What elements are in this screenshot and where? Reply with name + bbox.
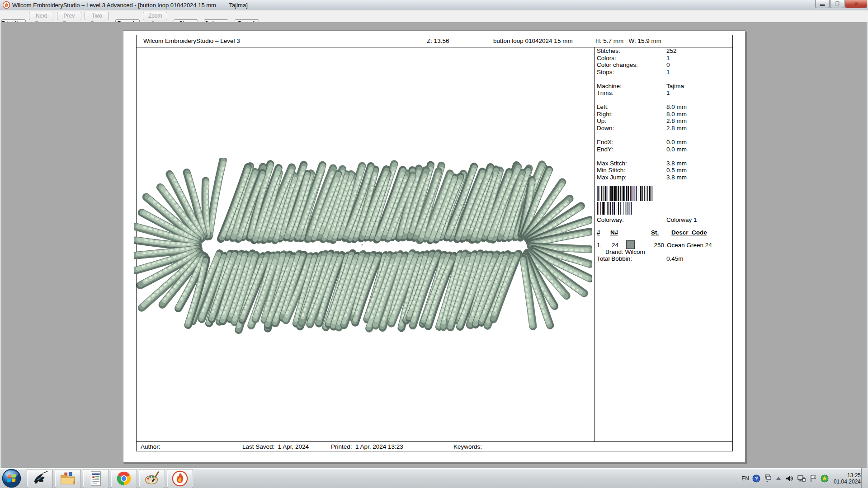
taskbar-app-explorer[interactable]	[55, 469, 81, 488]
print-preview-toolbar: Print Now Next Page Prev Page Two Page Z…	[0, 10, 868, 23]
taskbar: EN ? 13:	[0, 468, 868, 488]
stat-label: Machine:	[597, 83, 622, 89]
stats-spacer	[597, 132, 728, 139]
thread-row-needle: 24	[612, 242, 618, 249]
next-page-button[interactable]: Next Page	[29, 12, 53, 20]
stat-label: Trims:	[597, 89, 613, 96]
design-stats-list: Stitches:252Colors:1Color changes:0Stops…	[597, 47, 728, 181]
stat-label: Max Jump:	[597, 174, 627, 181]
col-header-num: #	[597, 229, 600, 236]
stat-value: 3.8 mm	[666, 174, 687, 181]
stat-value: 3.8 mm	[666, 160, 687, 167]
restore-button[interactable]: ❐	[830, 0, 844, 8]
antivirus-shield-icon[interactable]	[821, 474, 829, 483]
stats-spacer	[597, 153, 728, 160]
stat-value: 0	[666, 61, 670, 68]
stat-row: Machine:Tajima	[597, 83, 728, 90]
folder-icon	[59, 470, 76, 487]
stat-row: Right:8.0 mm	[597, 111, 728, 118]
app-flame-icon	[3, 1, 10, 9]
worksheet-page: Wilcom EmbroideryStudio – Level 3 Z: 13.…	[123, 30, 745, 463]
stat-row: Colors:1	[597, 55, 728, 62]
stat-label: Colors:	[597, 55, 616, 61]
taskbar-app-chrome[interactable]	[111, 469, 137, 488]
panel-divider	[594, 47, 595, 441]
volume-icon[interactable]	[785, 474, 794, 483]
stat-value: 1	[666, 55, 670, 61]
stat-label: Max Stitch:	[597, 160, 627, 167]
two-page-button[interactable]: Two Page	[85, 12, 109, 20]
paint-palette-icon	[143, 470, 160, 487]
minimize-button[interactable]: ▬	[815, 0, 830, 8]
system-tray: EN ? 13:	[741, 468, 861, 488]
stat-row: Min Stitch:0.5 mm	[597, 167, 728, 174]
design-center-dot	[361, 244, 363, 245]
help-icon[interactable]: ?	[752, 474, 760, 483]
stat-row: Down:2.8 mm	[597, 125, 728, 132]
design-barcode	[597, 186, 654, 216]
taskbar-app-paint[interactable]	[139, 469, 165, 488]
taskbar-app-report[interactable]	[83, 469, 109, 488]
stat-row: Up:2.8 mm	[597, 117, 728, 125]
start-button[interactable]	[2, 469, 21, 488]
button-loop-stitchout	[134, 158, 592, 335]
stat-label: EndY:	[597, 146, 613, 153]
stat-value: 2.8 mm	[666, 117, 687, 124]
taskbar-app-embroidery-flame[interactable]	[167, 469, 193, 488]
stat-row: Stitches:252	[597, 47, 728, 55]
language-indicator[interactable]: EN	[741, 475, 749, 482]
show-hidden-icons[interactable]	[775, 475, 782, 482]
restore-window-icon[interactable]	[764, 474, 772, 483]
close-button[interactable]: ✕	[845, 0, 867, 8]
window-titlebar: Wilcom EmbroideryStudio – Level 3 Advanc…	[0, 0, 868, 11]
report-document-icon	[87, 470, 104, 487]
stat-label: Left:	[597, 103, 609, 110]
header-design-size: H: 5.7 mm W: 15.9 mm	[595, 35, 661, 47]
svg-text:?: ?	[755, 476, 758, 481]
stat-label: Stitches:	[597, 47, 620, 54]
hummingbird-icon	[31, 470, 48, 487]
stat-label: EndX:	[597, 139, 613, 145]
show-desktop-button[interactable]	[861, 468, 868, 488]
prev-page-button[interactable]: Prev Page	[57, 12, 81, 20]
footer-keywords: Keywords:	[453, 442, 482, 451]
thread-brand: Brand: Wilcom	[605, 249, 645, 255]
stat-value: 252	[666, 47, 677, 54]
stat-value: 0.0 mm	[666, 139, 687, 145]
stat-label: Up:	[597, 117, 606, 124]
action-center-flag-icon[interactable]	[809, 474, 817, 483]
stat-label: Stops:	[597, 69, 614, 75]
stat-value: 0.0 mm	[666, 146, 687, 153]
total-bobbin-value: 0.45m	[666, 255, 684, 262]
zoom-out-button[interactable]: Zoom Out	[143, 12, 167, 20]
footer-author: Author:	[141, 442, 160, 451]
stat-value: 1	[666, 89, 670, 96]
stat-value: 2.8 mm	[666, 125, 687, 131]
stats-spacer	[597, 75, 728, 83]
stat-value: 0.5 mm	[666, 167, 687, 174]
network-icon[interactable]	[797, 474, 806, 483]
stat-value: Tajima	[666, 83, 684, 89]
stats-spacer	[597, 97, 728, 104]
thread-row-stitches: 250	[648, 242, 664, 249]
stat-row: Left:8.0 mm	[597, 103, 728, 111]
stat-row: Color changes:0	[597, 61, 728, 69]
thread-row-num: 1.	[597, 242, 602, 249]
stat-row: Max Stitch:3.8 mm	[597, 160, 728, 167]
taskbar-clock[interactable]: 13:25 01.04.2024	[834, 472, 861, 485]
stat-row: Stops:1	[597, 69, 728, 76]
flame-icon	[172, 470, 188, 487]
col-header-descr-code: Descr_Code	[671, 229, 707, 236]
col-header-stitches: St.	[651, 229, 659, 236]
stat-value: 8.0 mm	[666, 103, 687, 110]
header-design-name: button loop 01042024 15 mm	[493, 35, 573, 47]
header-zoom-value: Z: 13.56	[427, 35, 449, 47]
taskbar-app-hummingbird[interactable]	[27, 469, 53, 488]
total-bobbin-label: Total Bobbin:	[597, 255, 632, 262]
stat-row: Max Jump:3.8 mm	[597, 174, 728, 181]
footer-printed: Printed: 1 Apr, 2024 13:23	[331, 442, 403, 451]
stat-value: 8.0 mm	[666, 111, 687, 117]
preview-background: Wilcom EmbroideryStudio – Level 3 Z: 13.…	[0, 22, 868, 468]
clock-date: 01.04.2024	[834, 479, 861, 485]
colorway-label: Colorway:	[597, 216, 624, 223]
